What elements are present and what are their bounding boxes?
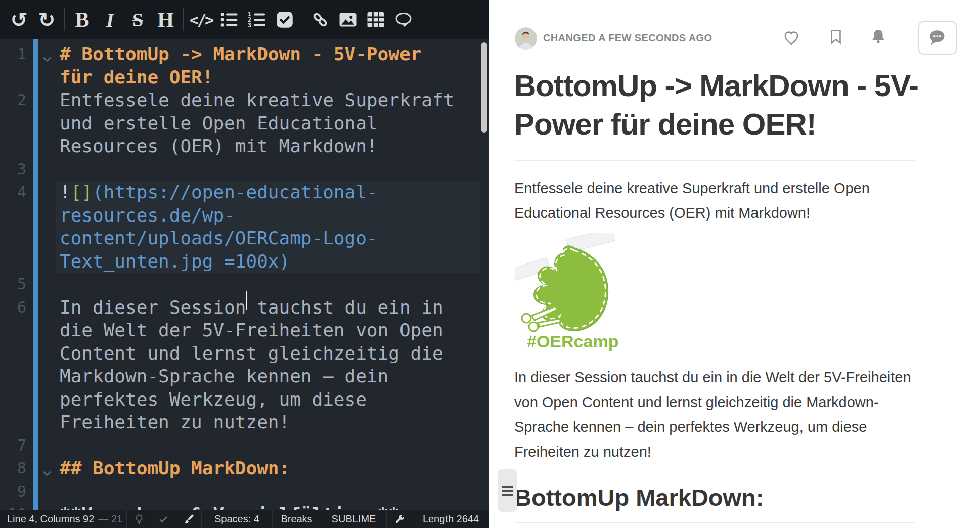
svg-text:3: 3 bbox=[248, 22, 251, 29]
line-text[interactable]: **Verwahren & Vervielfältigen** bbox=[56, 503, 480, 510]
cursor-position-status: Line 4, Columns 92 — 21 bbox=[0, 510, 126, 528]
theme-button[interactable] bbox=[175, 510, 201, 528]
markdown-source-editor[interactable]: 1# BottomUp -> MarkDown - 5V-Power für d… bbox=[0, 39, 489, 510]
line-gutter: 8 bbox=[0, 457, 56, 480]
line-text[interactable]: ![](https://open-educational-resources.d… bbox=[56, 181, 480, 273]
line-gutter: 3 bbox=[0, 158, 56, 181]
divider bbox=[514, 522, 915, 523]
last-changed-status: CHANGED A FEW SECONDS AGO bbox=[543, 32, 712, 44]
line-number: 4 bbox=[0, 181, 26, 204]
paintbrush-icon bbox=[183, 513, 195, 525]
strikethrough-icon[interactable]: S bbox=[124, 5, 152, 34]
editor-line[interactable]: 6In dieser Session tauchst du ein in die… bbox=[0, 296, 489, 434]
editor-line[interactable]: 1# BottomUp -> MarkDown - 5V-Power für d… bbox=[0, 42, 489, 89]
line-number: 6 bbox=[0, 296, 26, 319]
oercamp-logo: #OERcamp bbox=[515, 233, 621, 359]
toolbar-separator bbox=[302, 8, 302, 31]
bookmark-icon[interactable] bbox=[827, 28, 844, 46]
cursor-position-extra: — 21 bbox=[98, 513, 122, 525]
spaces-label: Spaces: 4 bbox=[214, 513, 259, 525]
editor-lines: 1# BottomUp -> MarkDown - 5V-Power für d… bbox=[0, 42, 489, 510]
spellcheck-button[interactable] bbox=[151, 510, 175, 528]
comment-bubble-icon bbox=[928, 28, 947, 48]
keymap-label: SUBLIME bbox=[332, 513, 376, 525]
unordered-list-icon[interactable] bbox=[215, 5, 243, 34]
hamburger-icon bbox=[502, 486, 513, 488]
line-gutter: 9 bbox=[0, 480, 56, 503]
checkmark-icon bbox=[157, 513, 169, 525]
line-text[interactable] bbox=[56, 273, 480, 296]
line-gutter: 4 bbox=[0, 181, 56, 273]
editor-line[interactable]: 5 bbox=[0, 273, 489, 296]
heading-icon[interactable]: H bbox=[152, 5, 180, 34]
bold-icon[interactable]: B bbox=[68, 5, 96, 34]
hint-button[interactable] bbox=[126, 510, 151, 528]
editor-line[interactable]: 2Entfessele deine kreative Superkraft un… bbox=[0, 89, 489, 158]
preview-intro-paragraph: Entfessele deine kreative Superkraft und… bbox=[514, 176, 919, 226]
doc-length-status: Length 2644 bbox=[412, 510, 489, 528]
preferences-button[interactable] bbox=[386, 510, 412, 528]
line-number: 8 bbox=[0, 457, 26, 480]
undo-icon[interactable]: ↺ bbox=[5, 5, 33, 34]
line-gutter: 7 bbox=[0, 434, 56, 457]
task-list-icon[interactable] bbox=[271, 5, 298, 34]
line-text[interactable] bbox=[56, 434, 480, 457]
keymap-setting[interactable]: SUBLIME bbox=[321, 510, 386, 528]
line-gutter: 10 bbox=[0, 503, 56, 510]
comments-button[interactable] bbox=[918, 21, 957, 55]
line-text[interactable]: In dieser Session tauchst du ein in die … bbox=[56, 296, 480, 434]
line-number: 3 bbox=[0, 158, 26, 181]
ordered-list-icon[interactable]: 1 2 3 bbox=[243, 5, 271, 34]
line-gutter: 5 bbox=[0, 273, 56, 296]
editor-scrollbar[interactable] bbox=[481, 42, 487, 133]
fold-chevron-icon[interactable] bbox=[41, 48, 53, 59]
like-heart-icon[interactable] bbox=[783, 29, 800, 47]
code-icon[interactable]: </> bbox=[187, 5, 215, 34]
editor-line[interactable]: 10**Verwahren & Vervielfältigen** bbox=[0, 503, 489, 510]
toolbar-separator bbox=[64, 8, 65, 31]
markdown-editor-app: ↺ ↻ B I S H </> 1 2 3 bbox=[0, 0, 980, 528]
italic-icon[interactable]: I bbox=[96, 5, 124, 34]
line-text[interactable] bbox=[56, 158, 480, 181]
redo-icon[interactable]: ↻ bbox=[33, 5, 61, 34]
divider bbox=[514, 160, 915, 161]
cursor-position-text: Line 4, Columns 92 bbox=[7, 513, 94, 525]
linebreaks-label: Breaks bbox=[281, 513, 312, 525]
editor-toolbar: ↺ ↻ B I S H </> 1 2 3 bbox=[0, 0, 489, 39]
oercamp-logo-caption: #OERcamp bbox=[527, 332, 618, 351]
author-avatar[interactable] bbox=[515, 27, 537, 50]
notification-bell-icon[interactable] bbox=[870, 28, 887, 45]
line-gutter: 6 bbox=[0, 296, 56, 434]
editor-line[interactable]: 9 bbox=[0, 480, 489, 503]
line-text[interactable] bbox=[56, 480, 480, 503]
line-number: 9 bbox=[0, 480, 26, 503]
preview-subheading: BottomUp MarkDown: bbox=[514, 483, 764, 511]
line-number: 2 bbox=[0, 89, 26, 112]
editor-line[interactable]: 8## BottomUp MarkDown: bbox=[0, 457, 489, 480]
line-number: 10 bbox=[0, 503, 26, 510]
line-gutter: 1 bbox=[0, 42, 56, 89]
comment-icon[interactable] bbox=[389, 5, 417, 34]
editor-statusbar: Line 4, Columns 92 — 21 Spaces: 4 Breaks bbox=[0, 510, 489, 528]
fold-chevron-icon[interactable] bbox=[41, 462, 53, 473]
line-number: 1 bbox=[0, 42, 26, 66]
toc-toggle-handle[interactable] bbox=[498, 469, 517, 512]
editor-line[interactable]: 3 bbox=[0, 158, 489, 181]
table-icon[interactable] bbox=[362, 5, 389, 34]
line-text[interactable]: Entfessele deine kreative Superkraft und… bbox=[56, 89, 480, 158]
image-icon[interactable] bbox=[334, 5, 362, 34]
doc-length-label: Length 2644 bbox=[423, 513, 479, 525]
spaces-setting[interactable]: Spaces: 4 bbox=[201, 510, 272, 528]
linebreaks-setting[interactable]: Breaks bbox=[272, 510, 321, 528]
line-text[interactable]: # BottomUp -> MarkDown - 5V-Power für de… bbox=[56, 42, 480, 89]
editor-line[interactable]: 7 bbox=[0, 434, 489, 457]
preview-session-paragraph: In dieser Session tauchst du ein in die … bbox=[514, 365, 919, 464]
line-text[interactable]: ## BottomUp MarkDown: bbox=[56, 457, 480, 480]
line-number: 5 bbox=[0, 273, 26, 296]
wrench-icon bbox=[393, 513, 406, 525]
link-icon[interactable] bbox=[306, 5, 334, 34]
editor-line[interactable]: 4![](https://open-educational-resources.… bbox=[0, 181, 489, 273]
preview-title: BottomUp -> MarkDown - 5V-Power für dein… bbox=[514, 67, 919, 144]
line-number: 7 bbox=[0, 434, 26, 457]
markdown-preview-pane: CHANGED A FEW SECONDS AGO BottomUp -> Ma… bbox=[489, 0, 980, 528]
